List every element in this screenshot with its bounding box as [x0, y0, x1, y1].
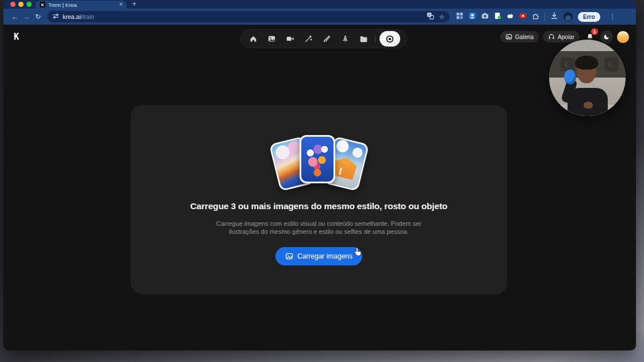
- active-tab[interactable]: K Trem | Krea ×: [36, 1, 126, 9]
- backdrop-logo-icon: ☾: [561, 57, 574, 71]
- extensions-row: Erro ⋮: [456, 11, 616, 22]
- toolbar-divider: [545, 13, 545, 21]
- upload-images-button[interactable]: Carregar imagens: [275, 247, 362, 265]
- site-settings-icon[interactable]: [52, 11, 59, 22]
- window-controls: [10, 2, 32, 7]
- tab-strip: K Trem | Krea × +: [3, 0, 636, 9]
- house-shape: [331, 155, 358, 180]
- page-description: Carregue imagens com estilo visual ou co…: [210, 220, 428, 236]
- browser-toolbar: ← → ↻ krea.ai/train A ☆: [3, 9, 636, 25]
- nav-home-icon[interactable]: [246, 32, 260, 47]
- mouse-cursor-hand-icon: [353, 247, 363, 261]
- extension-doc-icon[interactable]: [494, 11, 501, 22]
- browser-profile-avatar[interactable]: [564, 12, 573, 21]
- extension-grid-icon[interactable]: [456, 11, 463, 22]
- close-tab-icon[interactable]: ×: [119, 2, 122, 7]
- webcam-blue-object: [564, 70, 576, 84]
- nav-edit-icon[interactable]: [319, 32, 334, 47]
- webcam-person-hand: [584, 102, 593, 109]
- browser-window: K Trem | Krea × + ← → ↻ krea.ai/train A …: [3, 0, 636, 351]
- nav-enhance-icon[interactable]: [301, 32, 316, 47]
- upload-button-label: Carregar imagens: [297, 252, 352, 260]
- extension-blue-icon[interactable]: [469, 11, 476, 22]
- url-host: krea.ai: [63, 13, 81, 20]
- house-door: [338, 167, 342, 175]
- page-title: Carregue 3 ou mais imagens do mesmo esti…: [190, 201, 447, 211]
- webcam-overlay[interactable]: ☾ ☾ ☾: [549, 40, 626, 116]
- webcam-person-hair: [575, 56, 598, 70]
- nav-train-icon-active[interactable]: [379, 31, 400, 47]
- url-text: krea.ai/train: [63, 13, 94, 20]
- backdrop-logo-icon: ☾: [604, 57, 618, 71]
- extensions-puzzle-icon[interactable]: [532, 11, 539, 22]
- nav-divider: [375, 35, 375, 43]
- nav-video-icon[interactable]: [282, 32, 297, 47]
- krea-app: K: [3, 25, 636, 351]
- user-avatar[interactable]: [617, 31, 629, 43]
- downloads-icon[interactable]: [550, 11, 558, 22]
- profile-error-button[interactable]: Erro: [578, 12, 600, 22]
- minimize-window-button[interactable]: [18, 2, 24, 7]
- krea-logo[interactable]: K: [14, 32, 18, 42]
- url-path: /train: [81, 13, 94, 20]
- header-actions: Galeria Apoiar 1: [500, 30, 629, 43]
- train-upload-panel: Carregue 3 ou mais imagens do mesmo esti…: [131, 105, 507, 294]
- krea-favicon: K: [40, 2, 45, 7]
- tab-title: Trem | Krea: [48, 2, 116, 8]
- forward-icon[interactable]: →: [21, 13, 32, 21]
- theme-toggle-moon-icon[interactable]: [600, 30, 613, 43]
- translate-icon[interactable]: A: [427, 11, 434, 22]
- support-button[interactable]: Apoiar: [543, 31, 580, 43]
- close-window-button[interactable]: [10, 2, 16, 7]
- extension-cloud-icon[interactable]: [507, 11, 514, 22]
- gallery-button[interactable]: Galeria: [500, 31, 539, 43]
- back-icon[interactable]: ←: [9, 13, 21, 21]
- new-tab-button[interactable]: +: [132, 0, 136, 8]
- style-cards-illustration: [273, 135, 365, 188]
- browser-menu-icon[interactable]: ⋮: [610, 13, 616, 21]
- gallery-button-label: Galeria: [515, 34, 534, 40]
- flowers-card: [300, 135, 335, 183]
- main-nav: [240, 29, 407, 48]
- support-button-label: Apoiar: [558, 34, 574, 40]
- nav-rocket-icon[interactable]: [338, 32, 352, 47]
- address-bar[interactable]: krea.ai/train A ☆: [47, 11, 450, 22]
- extension-red-icon[interactable]: [519, 11, 527, 22]
- refresh-icon[interactable]: ↻: [32, 13, 44, 21]
- bookmark-star-icon[interactable]: ☆: [439, 13, 444, 21]
- zoom-window-button[interactable]: [26, 2, 32, 7]
- extension-camera-icon[interactable]: [481, 11, 489, 22]
- nav-image-icon[interactable]: [264, 32, 279, 47]
- notification-badge: 1: [591, 28, 598, 35]
- nav-assets-icon[interactable]: [356, 32, 371, 47]
